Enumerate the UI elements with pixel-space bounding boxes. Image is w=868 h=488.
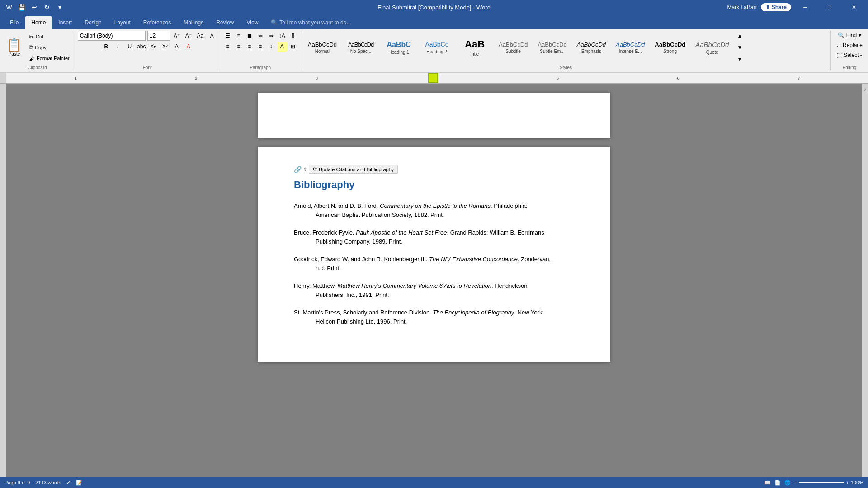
editing-label: Editing bbox=[834, 64, 865, 70]
window-title: Final Submittal [Compatibility Mode] - W… bbox=[377, 4, 491, 11]
clear-formatting-button[interactable]: A bbox=[207, 31, 217, 41]
align-left-button[interactable]: ≡ bbox=[223, 42, 233, 52]
numbering-button[interactable]: ≡ bbox=[234, 31, 244, 41]
document-page[interactable]: 🔗 ⇕ ⟳ Update Citations and Bibliography … bbox=[258, 147, 610, 362]
read-mode-icon[interactable]: 📖 bbox=[764, 480, 771, 486]
save-button[interactable]: 💾 bbox=[16, 2, 27, 13]
replace-button[interactable]: ⇌ Replace bbox=[834, 41, 865, 50]
tab-view[interactable]: View bbox=[241, 16, 265, 29]
zoom-in-button[interactable]: + bbox=[846, 480, 849, 485]
undo-button[interactable]: ↩ bbox=[29, 2, 40, 13]
customize-button[interactable]: ▾ bbox=[54, 2, 65, 13]
borders-button[interactable]: ⊞ bbox=[288, 42, 298, 52]
align-center-button[interactable]: ≡ bbox=[234, 42, 244, 52]
right-scrollbar-area: 2 bbox=[862, 84, 868, 479]
bold-button[interactable]: B bbox=[101, 42, 111, 52]
decrease-indent-button[interactable]: ⇐ bbox=[255, 31, 265, 41]
shrink-font-button[interactable]: A⁻ bbox=[184, 31, 193, 41]
justify-button[interactable]: ≡ bbox=[255, 42, 265, 52]
tab-design[interactable]: Design bbox=[78, 16, 108, 29]
print-layout-icon[interactable]: 📄 bbox=[774, 480, 781, 486]
tab-home[interactable]: Home bbox=[25, 16, 52, 29]
zoom-out-button[interactable]: − bbox=[794, 480, 797, 485]
style-heading2[interactable]: AaBbCc Heading 2 bbox=[419, 38, 455, 56]
tab-review[interactable]: Review bbox=[210, 16, 240, 29]
multilevel-button[interactable]: ≣ bbox=[245, 31, 255, 41]
strikethrough-button[interactable]: abc bbox=[137, 42, 146, 52]
subscript-button[interactable]: X₂ bbox=[148, 42, 158, 52]
bullets-button[interactable]: ☰ bbox=[223, 31, 233, 41]
sort-button[interactable]: ↕A bbox=[277, 31, 287, 41]
user-name: Mark LaBarr bbox=[727, 4, 757, 10]
bib-entry-2-first: Bruce, Frederick Fyvie. Paul: Apostle of… bbox=[294, 228, 574, 237]
font-group: A⁺ A⁻ Aa A B I U abc X₂ X² A A Font bbox=[75, 31, 220, 70]
page-top bbox=[258, 93, 610, 138]
change-case-button[interactable]: Aa bbox=[195, 31, 205, 41]
increase-indent-button[interactable]: ⇒ bbox=[266, 31, 276, 41]
tab-layout[interactable]: Layout bbox=[108, 16, 137, 29]
web-layout-icon[interactable]: 🌐 bbox=[784, 480, 791, 486]
highlight-button[interactable]: A bbox=[172, 42, 182, 52]
underline-button[interactable]: U bbox=[125, 42, 135, 52]
line-spacing-button[interactable]: ↕ bbox=[266, 42, 276, 52]
style-title-preview: AaB bbox=[465, 38, 485, 50]
style-quote[interactable]: AaBbCcDd Quote bbox=[691, 38, 733, 57]
page-indicators: 2 bbox=[862, 84, 868, 92]
format-painter-button[interactable]: 🖌 Format Painter bbox=[27, 53, 72, 63]
italic-button[interactable]: I bbox=[113, 42, 123, 52]
redo-button[interactable]: ↻ bbox=[42, 2, 52, 13]
copy-button[interactable]: ⧉ Copy bbox=[27, 42, 72, 52]
find-button[interactable]: 🔍 Find ▾ bbox=[835, 31, 864, 40]
styles-scroll: ▲ ▼ ▾ bbox=[735, 31, 745, 64]
share-button[interactable]: ⬆ Share bbox=[761, 3, 791, 11]
grow-font-button[interactable]: A⁺ bbox=[172, 31, 182, 41]
select-button[interactable]: ⬚ Select - bbox=[834, 51, 865, 60]
style-emphasis[interactable]: AaBbCcDd Emphasis bbox=[573, 39, 610, 56]
align-right-button[interactable]: ≡ bbox=[245, 42, 255, 52]
page-num-1: 2 bbox=[864, 88, 866, 92]
paste-button[interactable]: 📋 Paste bbox=[3, 37, 26, 58]
styles-scroll-up[interactable]: ▲ bbox=[735, 31, 745, 41]
style-normal[interactable]: AaBbCcDd Normal bbox=[304, 39, 341, 56]
spelling-icon[interactable]: ✔ bbox=[66, 480, 71, 486]
style-subtle-em[interactable]: AaBbCcDd Subtle Em... bbox=[533, 39, 571, 56]
zoom-track[interactable] bbox=[799, 482, 844, 483]
tab-mailings[interactable]: Mailings bbox=[177, 16, 210, 29]
style-title[interactable]: AaB Title bbox=[457, 36, 493, 58]
font-size-input[interactable] bbox=[147, 31, 170, 41]
close-button[interactable]: ✕ bbox=[844, 0, 864, 14]
font-name-input[interactable] bbox=[78, 31, 146, 41]
paragraph-label: Paragraph bbox=[223, 64, 298, 70]
show-hide-button[interactable]: ¶ bbox=[288, 31, 298, 41]
style-heading1[interactable]: AaBbC Heading 1 bbox=[381, 38, 417, 57]
tab-tell-me[interactable]: 🔍 Tell me what you want to do... bbox=[264, 16, 357, 29]
restore-button[interactable]: □ bbox=[819, 0, 840, 14]
style-intense-e[interactable]: AaBbCcDd Intense E... bbox=[612, 39, 649, 56]
update-label: Update Citations and Bibliography bbox=[319, 167, 394, 172]
bib-entry-4: Henry, Matthew. Matthew Henry's Commenta… bbox=[294, 282, 574, 299]
paragraph-content: ☰ ≡ ≣ ⇐ ⇒ ↕A ¶ ≡ ≡ ≡ ≡ ↕ A ⊞ bbox=[223, 31, 298, 64]
style-nospace-preview: AaBbCcDd bbox=[348, 41, 373, 48]
style-subtitle[interactable]: AaBbCcDd Subtitle bbox=[495, 39, 532, 56]
style-normal-preview: AaBbCcDd bbox=[308, 41, 337, 48]
update-citations-button[interactable]: ⟳ Update Citations and Bibliography bbox=[309, 165, 398, 174]
style-nospace[interactable]: AaBbCcDd No Spac... bbox=[343, 39, 379, 56]
tab-references[interactable]: References bbox=[137, 16, 177, 29]
ribbon: 📋 Paste ✂ Cut ⧉ Copy 🖌 Format Painter Cl… bbox=[0, 29, 868, 73]
font-content: A⁺ A⁻ Aa A B I U abc X₂ X² A A bbox=[78, 31, 217, 64]
styles-more[interactable]: ▾ bbox=[735, 54, 745, 64]
doc-scroll[interactable]: 🔗 ⇕ ⟳ Update Citations and Bibliography … bbox=[6, 84, 862, 479]
bib-entry-2: Bruce, Frederick Fyvie. Paul: Apostle of… bbox=[294, 228, 574, 246]
tab-insert[interactable]: Insert bbox=[52, 16, 78, 29]
minimize-button[interactable]: ─ bbox=[795, 0, 816, 14]
bib-entry-1-first: Arnold, Albert N. and D. B. Ford. Commen… bbox=[294, 202, 574, 211]
superscript-button[interactable]: X² bbox=[160, 42, 170, 52]
paste-label: Paste bbox=[9, 52, 20, 56]
font-color-button[interactable]: A bbox=[184, 42, 193, 52]
paragraph-row2: ≡ ≡ ≡ ≡ ↕ A ⊞ bbox=[223, 42, 298, 52]
cut-button[interactable]: ✂ Cut bbox=[27, 32, 72, 42]
shading-button[interactable]: A bbox=[277, 42, 287, 52]
styles-scroll-down[interactable]: ▼ bbox=[735, 42, 745, 52]
style-strong[interactable]: AaBbCcDd Strong bbox=[651, 39, 689, 56]
tab-file[interactable]: File bbox=[4, 16, 25, 29]
